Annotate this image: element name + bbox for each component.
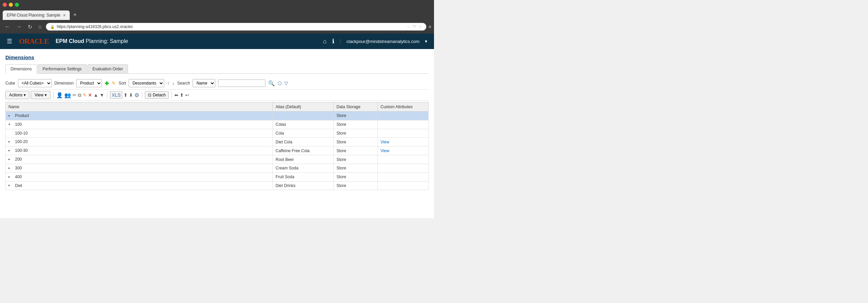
cell-name[interactable]: ▸ 400 xyxy=(6,172,273,181)
new-tab-button[interactable]: + xyxy=(70,10,80,20)
expand-icon[interactable]: ▸ xyxy=(8,183,13,188)
sort-asc-icon[interactable]: ↑ xyxy=(167,80,169,86)
cell-name[interactable]: ▸ 100-20 xyxy=(6,138,273,146)
close-btn[interactable] xyxy=(3,3,7,7)
expand-icon[interactable]: ▾ xyxy=(8,122,13,127)
bookmark-icon[interactable]: ≡ xyxy=(429,24,431,29)
dimension-label: Dimension xyxy=(55,81,74,86)
cell-storage: Store xyxy=(334,181,378,190)
search-input[interactable] xyxy=(218,79,265,87)
collapse-icon[interactable]: ▸ xyxy=(8,114,13,118)
tab-close-icon[interactable]: × xyxy=(63,13,66,18)
sort-label: Sort xyxy=(118,81,126,86)
cell-name[interactable]: ▸ Diet xyxy=(6,181,273,190)
move-down-icon[interactable]: ▼ xyxy=(100,92,104,98)
delete-icon[interactable]: ✕ xyxy=(88,92,92,98)
edit-member-icon[interactable]: ✎ xyxy=(83,92,87,98)
table-row[interactable]: ▸ 100-30 Caffeine Free Cola Store View xyxy=(6,146,429,155)
info-icon[interactable]: ℹ xyxy=(332,38,334,45)
actions-button[interactable]: Actions ▾ xyxy=(5,91,29,99)
home-icon[interactable]: ⌂ xyxy=(323,38,327,45)
dimension-select[interactable]: Product xyxy=(76,79,102,87)
cell-storage: Store xyxy=(334,155,378,164)
dimensions-table: Name Alias (Default) Data Storage Custom… xyxy=(5,102,429,190)
table-row[interactable]: ▸ 200 Root Beer Store xyxy=(6,155,429,164)
table-row[interactable]: ▸ 100-20 Diet Cola Store View xyxy=(6,138,429,146)
export-excel-icon[interactable]: XLS xyxy=(110,91,122,99)
address-bar[interactable]: 🔒 https://planning-a418326.pbcs.us2.orac… xyxy=(46,23,427,31)
view-button[interactable]: View ▾ xyxy=(31,91,50,99)
browser-tab[interactable]: EPM Cloud Planning: Sample × xyxy=(3,10,70,20)
toolbar-row-1: Cube <All Cubes> Dimension Product ✚ ✎ S… xyxy=(5,77,429,90)
reload-button[interactable]: ↻ xyxy=(26,23,34,31)
cell-name[interactable]: ▸ 100-30 xyxy=(6,146,273,155)
search-type-select[interactable]: Name xyxy=(193,79,215,87)
export-icon[interactable]: ⬇ xyxy=(129,92,133,98)
tab-performance-settings[interactable]: Performance Settings xyxy=(38,64,87,73)
cell-alias: Diet Drinks xyxy=(273,181,334,190)
table-row[interactable]: ▸ Product Store xyxy=(6,112,429,120)
cell-storage: Store xyxy=(334,172,378,181)
expand-icon[interactable]: ▸ xyxy=(8,140,13,144)
table-row[interactable]: ▾ 100 Colas Store xyxy=(6,120,429,129)
cut-icon[interactable]: ✂ xyxy=(72,92,77,98)
table-row[interactable]: ▸ 400 Fruit Soda Store xyxy=(6,172,429,181)
move-up-icon[interactable]: ▲ xyxy=(93,92,98,98)
member-name: 200 xyxy=(15,157,22,162)
sort-desc-icon[interactable]: ↓ xyxy=(172,80,174,86)
sort-select[interactable]: Descendants xyxy=(129,79,164,87)
detach-button[interactable]: ⊡ Detach xyxy=(145,91,169,99)
user-email[interactable]: clackpour@mindstreamanalytics.com xyxy=(347,39,420,44)
validate-icon[interactable]: ⚙ xyxy=(134,92,139,98)
cell-name[interactable]: ▸ 200 xyxy=(6,155,273,164)
add-member-icon[interactable]: 👤 xyxy=(56,92,63,98)
expand-icon[interactable]: ▸ xyxy=(8,157,13,162)
cell-storage: Store xyxy=(334,120,378,129)
member-name: Diet xyxy=(15,183,22,188)
table-row[interactable]: ▸ Diet Diet Drinks Store xyxy=(6,181,429,190)
minimize-btn[interactable] xyxy=(9,3,13,7)
table-row[interactable]: ▸ 300 Cream Soda Store xyxy=(6,164,429,172)
cell-name[interactable]: ▸ Product xyxy=(6,112,273,120)
cell-storage: Store xyxy=(334,112,378,120)
toolbar-divider-3 xyxy=(142,92,142,98)
filter-icon[interactable]: ▽ xyxy=(284,80,288,86)
maximize-btn[interactable] xyxy=(15,3,19,7)
copy-icon[interactable]: ⧉ xyxy=(78,92,81,98)
tab-evaluation-order[interactable]: Evaluation Order xyxy=(87,64,128,73)
cell-name[interactable]: ▸ 300 xyxy=(6,164,273,172)
import-icon[interactable]: ⬆ xyxy=(124,92,128,98)
user-dropdown-icon[interactable]: ▾ xyxy=(425,39,427,44)
expand-icon[interactable]: ▸ xyxy=(8,175,13,180)
cell-name[interactable]: ▾ 100 xyxy=(6,120,273,129)
cell-storage: Store xyxy=(334,146,378,155)
member-name: 300 xyxy=(15,166,22,170)
hamburger-menu-icon[interactable]: ☰ xyxy=(7,38,12,45)
cell-name[interactable]: 100-10 xyxy=(6,129,273,138)
view-link[interactable]: View xyxy=(381,140,389,144)
expand-icon[interactable]: ▸ xyxy=(8,166,13,171)
cell-custom[interactable]: View xyxy=(378,146,429,155)
edit-icon[interactable]: ✎ xyxy=(112,80,116,86)
view-link[interactable]: View xyxy=(381,148,389,153)
cell-alias: Root Beer xyxy=(273,155,334,164)
forward-button[interactable]: → xyxy=(14,23,24,30)
tab-dimensions[interactable]: Dimensions xyxy=(5,64,37,74)
cube-select[interactable]: <All Cubes> xyxy=(18,79,52,87)
col-custom: Custom Attributes xyxy=(378,102,429,112)
search-icon[interactable]: 🔍 xyxy=(268,80,275,87)
table-row[interactable]: 100-10 Cola Store xyxy=(6,129,429,138)
align-center-icon[interactable]: ⬆ xyxy=(180,92,184,98)
oracle-logo: ORACLE xyxy=(19,37,49,46)
add-sibling-icon[interactable]: 👥 xyxy=(64,92,71,98)
align-left-icon[interactable]: ⬅ xyxy=(174,92,178,98)
back-button[interactable]: ← xyxy=(3,23,12,30)
wrap-icon[interactable]: ↩ xyxy=(185,92,189,98)
member-selector-icon[interactable]: ⬡ xyxy=(278,80,282,86)
home-button[interactable]: ⌂ xyxy=(36,23,44,30)
expand-icon[interactable]: ▸ xyxy=(8,148,13,153)
add-icon[interactable]: ✚ xyxy=(105,80,109,87)
cell-custom[interactable]: View xyxy=(378,138,429,146)
cell-custom xyxy=(378,112,429,120)
toolbar-row-2: Actions ▾ View ▾ 👤 👥 ✂ ⧉ ✎ ✕ ▲ ▼ XLS ⬆ ⬇… xyxy=(5,90,429,101)
